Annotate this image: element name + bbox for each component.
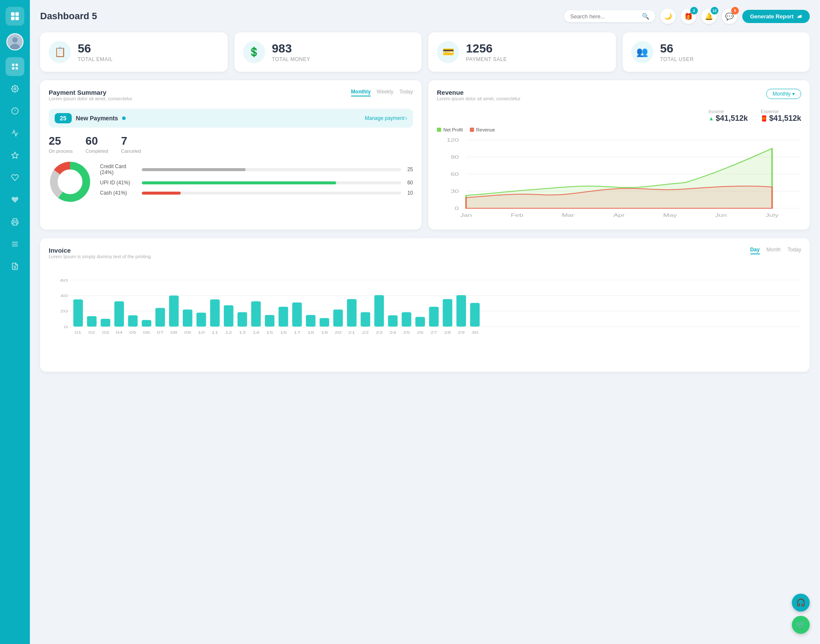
revenue-subtitle: Lorem ipsum dolor sit amet, consectetur [437, 96, 521, 101]
sidebar [0, 0, 30, 644]
svg-text:24: 24 [390, 330, 397, 334]
legend-netprofit: Net Profit [437, 127, 463, 132]
donut-chart [49, 160, 91, 203]
svg-text:06: 06 [143, 330, 150, 334]
cash-bar-fill [142, 192, 181, 195]
sidebar-item-chart[interactable] [6, 124, 24, 143]
support-float-button[interactable]: 🎧 [792, 594, 810, 612]
invoice-subtitle: Lorem Ipsum is simply dummy text of the … [49, 254, 151, 259]
invoice-card: Invoice Lorem Ipsum is simply dummy text… [40, 238, 810, 372]
email-value: 56 [78, 42, 113, 55]
money-icon: 💲 [243, 41, 265, 63]
legend-revenue: Revenue [470, 127, 495, 132]
expense-icon: 🧧 [761, 115, 767, 122]
svg-text:40: 40 [60, 294, 68, 298]
stat-card-payment: 💳 1256 PAYMENT SALE [428, 32, 616, 72]
svg-text:May: May [663, 213, 677, 218]
progress-item-upi: UPI ID (41%) 60 [100, 180, 413, 186]
svg-text:28: 28 [444, 330, 451, 334]
svg-rect-83 [292, 303, 302, 326]
avatar[interactable] [6, 33, 23, 50]
new-payments-badge: 25 [55, 113, 72, 123]
svg-text:60: 60 [451, 172, 459, 177]
gift-button[interactable]: 🎁 2 [681, 9, 696, 24]
svg-rect-85 [306, 315, 315, 326]
generate-report-button[interactable]: Generate Report [742, 10, 810, 23]
invoice-tab-day[interactable]: Day [750, 247, 760, 254]
theme-toggle-button[interactable]: 🌙 [660, 9, 676, 24]
svg-rect-0 [11, 12, 15, 16]
tab-monthly[interactable]: Monthly [351, 89, 371, 96]
chat-badge: 5 [731, 7, 739, 15]
sidebar-item-doc[interactable] [6, 257, 24, 276]
new-payments-row: 25 New Payments Manage payment › [49, 109, 413, 128]
svg-text:20: 20 [60, 309, 68, 313]
credit-card-bar-bg [142, 168, 401, 171]
sidebar-item-heart2[interactable] [6, 190, 24, 209]
svg-text:25: 25 [403, 330, 410, 334]
svg-marker-15 [12, 152, 18, 158]
svg-text:11: 11 [211, 330, 218, 334]
svg-rect-9 [12, 67, 14, 70]
revenue-title: Revenue [437, 89, 521, 96]
revenue-header: Revenue Lorem ipsum dolor sit amet, cons… [437, 89, 801, 107]
sidebar-item-star[interactable] [6, 146, 24, 165]
svg-rect-71 [210, 300, 220, 327]
manage-payment-link[interactable]: Manage payment › [365, 115, 407, 121]
stat-card-money: 💲 983 TOTAL MONEY [234, 32, 422, 72]
svg-rect-3 [15, 17, 19, 20]
svg-text:30: 30 [472, 330, 479, 334]
svg-rect-103 [429, 307, 439, 326]
tab-today[interactable]: Today [399, 89, 413, 96]
svg-text:90: 90 [451, 155, 459, 160]
svg-rect-89 [333, 309, 343, 326]
svg-rect-101 [416, 317, 425, 326]
revenue-monthly-button[interactable]: Monthly ▾ [766, 89, 801, 99]
svg-text:02: 02 [88, 330, 95, 334]
sidebar-item-heart[interactable] [6, 168, 24, 187]
sidebar-logo [6, 7, 24, 26]
stat-card-email: 📋 56 TOTAL EMAIL [40, 32, 228, 72]
tab-weekly[interactable]: Weekly [377, 89, 393, 96]
sidebar-item-info[interactable] [6, 102, 24, 120]
money-label: TOTAL MONEY [272, 56, 310, 62]
svg-rect-93 [360, 312, 370, 327]
svg-text:20: 20 [335, 330, 342, 334]
svg-text:19: 19 [321, 330, 328, 334]
progress-item-cash: Cash (41%) 10 [100, 190, 413, 196]
sidebar-item-dashboard[interactable] [6, 57, 24, 76]
invoice-tab-month[interactable]: Month [767, 247, 781, 254]
onprocess-stat: 25 On process [49, 134, 73, 154]
sidebar-item-print[interactable] [6, 213, 24, 231]
svg-text:17: 17 [293, 330, 300, 334]
search-input[interactable] [570, 13, 638, 20]
svg-text:Apr: Apr [613, 213, 625, 218]
svg-rect-8 [16, 64, 18, 66]
sidebar-item-settings[interactable] [6, 79, 24, 98]
cart-float-button[interactable]: 🛒 [792, 616, 810, 634]
sidebar-item-menu[interactable] [6, 235, 24, 254]
svg-text:05: 05 [129, 330, 137, 334]
svg-text:30: 30 [451, 189, 459, 194]
chat-button[interactable]: 💬 5 [722, 9, 737, 24]
expense-item: Expense 🧧 $41,512k [761, 109, 801, 123]
payment-value: 1256 [466, 42, 507, 55]
svg-text:01: 01 [75, 330, 82, 334]
invoice-tab-today[interactable]: Today [788, 247, 801, 254]
svg-rect-1 [15, 12, 19, 16]
invoice-header: Invoice Lorem Ipsum is simply dummy text… [49, 247, 801, 265]
svg-rect-51 [73, 300, 83, 327]
search-icon: 🔍 [642, 13, 649, 20]
stat-card-user: 👥 56 TOTAL USER [623, 32, 810, 72]
svg-rect-73 [224, 305, 233, 326]
svg-rect-63 [155, 308, 165, 327]
svg-rect-105 [443, 299, 452, 327]
progress-list: Credit Card (24%) 25 UPI ID (41%) 60 [100, 163, 413, 200]
canceled-stat: 7 Canceled [121, 134, 141, 154]
svg-rect-75 [237, 312, 247, 327]
notification-button[interactable]: 🔔 12 [701, 9, 717, 24]
invoice-title: Invoice [49, 247, 151, 254]
svg-rect-61 [142, 320, 151, 326]
completed-stat: 60 Completed [85, 134, 108, 154]
upi-bar-fill [142, 181, 336, 184]
